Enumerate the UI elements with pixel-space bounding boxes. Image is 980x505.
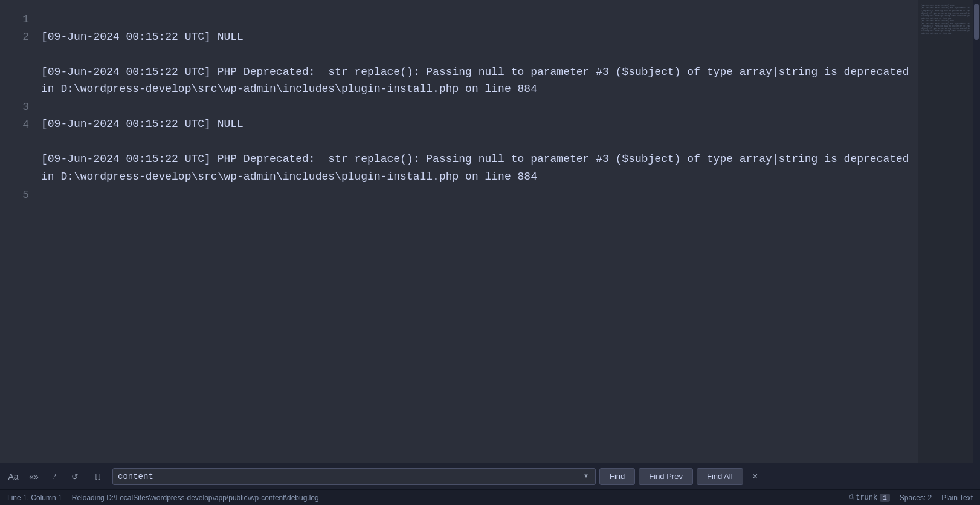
status-bar: Line 1, Column 1 Reloading D:\LocalSites… xyxy=(0,489,980,505)
search-dropdown-arrow[interactable]: ▼ xyxy=(582,472,590,481)
line-num-3: 3 xyxy=(22,99,29,116)
case-sensitive-button[interactable]: Aa xyxy=(5,468,22,485)
cursor-position: Line 1, Column 1 xyxy=(7,494,62,502)
spaces-indicator[interactable]: Spaces: 2 xyxy=(900,494,932,502)
branch-name: trunk xyxy=(856,494,877,502)
status-path: D:\LocalSites\wordpress-develop\app\publ… xyxy=(106,494,319,502)
find-button[interactable]: Find xyxy=(599,468,635,485)
vertical-scrollbar[interactable] xyxy=(973,0,980,463)
find-all-button[interactable]: Find All xyxy=(697,468,743,485)
wrap-button[interactable]: ↺ xyxy=(66,468,83,485)
search-input-wrapper: ▼ xyxy=(112,468,596,485)
code-line-3: [09-Jun-2024 00:15:22 UTC] NULL xyxy=(41,116,918,133)
editor-area: 1 2 3 4 5 [09-Jun-2024 00:15:22 UTC] NUL… xyxy=(0,0,980,463)
whole-word-button[interactable]: «» xyxy=(25,468,42,485)
code-line-2: [09-Jun-2024 00:15:22 UTC] PHP Deprecate… xyxy=(41,64,918,99)
in-selection-button[interactable]: [ ] xyxy=(87,468,109,485)
code-line-1: [09-Jun-2024 00:15:22 UTC] NULL xyxy=(41,28,918,46)
file-path-status: Reloading D:\LocalSites\wordpress-develo… xyxy=(72,494,839,502)
find-toolbar: Aa «» .* ↺ [ ] ▼ Find Find Prev Find All… xyxy=(0,463,980,489)
regex-button[interactable]: .* xyxy=(46,468,63,485)
status-action: Reloading xyxy=(72,494,105,502)
branch-indicator[interactable]: ⎙ trunk 1 xyxy=(849,494,890,502)
code-line-5 xyxy=(41,203,918,220)
find-prev-button[interactable]: Find Prev xyxy=(639,468,693,485)
branch-badge: 1 xyxy=(880,494,890,502)
search-input[interactable] xyxy=(118,472,582,481)
branch-icon: ⎙ xyxy=(849,494,853,502)
line-num-5: 5 xyxy=(22,186,29,204)
close-find-button[interactable]: × xyxy=(749,471,761,483)
minimap: [09-Jun-2024 00:15:22 UTC] NULL [09-Jun-… xyxy=(918,0,973,463)
status-right: ⎙ trunk 1 Spaces: 2 Plain Text xyxy=(849,494,973,502)
line-num-2: 2 xyxy=(22,28,29,46)
code-content[interactable]: [09-Jun-2024 00:15:22 UTC] NULL [09-Jun-… xyxy=(36,0,918,463)
code-line-4: [09-Jun-2024 00:15:22 UTC] PHP Deprecate… xyxy=(41,151,918,186)
scrollbar-thumb[interactable] xyxy=(974,4,979,40)
encoding-indicator[interactable]: Plain Text xyxy=(941,494,973,502)
line-num-4: 4 xyxy=(22,116,29,134)
line-numbers: 1 2 3 4 5 xyxy=(0,0,36,463)
minimap-content: [09-Jun-2024 00:15:22 UTC] NULL [09-Jun-… xyxy=(918,0,973,41)
line-num-1: 1 xyxy=(22,11,29,28)
